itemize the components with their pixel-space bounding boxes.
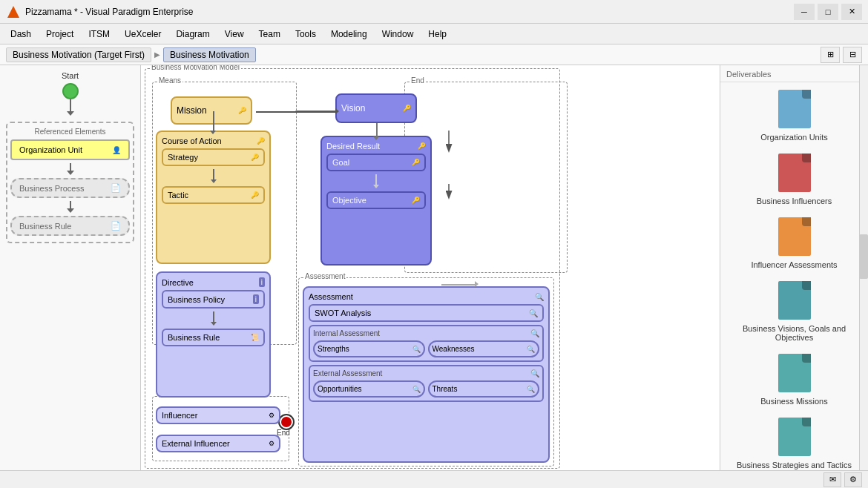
- desired-assessment-arrow: [475, 281, 479, 287]
- deliverable-bvgo[interactable]: Business Visions, Goals and Objectives: [720, 274, 868, 346]
- swot-box[interactable]: SWOT Analysis 🔍: [309, 304, 544, 322]
- directive-box[interactable]: Directive i Business Policy i Business R…: [156, 271, 271, 398]
- magnify-icon-opp: 🔍: [412, 386, 421, 393]
- panel-toggle-1[interactable]: ⊞: [821, 47, 840, 63]
- menu-modeling[interactable]: Modeling: [323, 26, 375, 42]
- deliverable-influencer-assessments[interactable]: Influencer Assessments: [720, 210, 868, 274]
- menu-bar: Dash Project ITSM UeXceler Diagram View …: [0, 24, 868, 44]
- means-label: Means: [157, 76, 183, 85]
- business-rule-box[interactable]: Business Rule 📜: [162, 329, 265, 346]
- scroll-icon-2: 📄: [111, 221, 121, 231]
- course-title: Course of Action 🔑: [162, 136, 265, 145]
- deliverable-business-missions[interactable]: Business Missions: [720, 346, 868, 410]
- deliverable-label-bvgo: Business Visions, Goals and Objectives: [726, 324, 862, 342]
- desired-title: Desired Result 🔑: [326, 142, 426, 151]
- external-influencer-box[interactable]: External Influencer ⚙: [156, 435, 280, 452]
- breadcrumb-item-2[interactable]: Business Motivation: [163, 47, 256, 62]
- menu-help[interactable]: Help: [421, 26, 454, 42]
- business-policy-box[interactable]: Business Policy i: [162, 290, 265, 309]
- referenced-elements-box: Referenced Elements Organization Unit 👤 …: [6, 122, 134, 243]
- main-layout: Start Referenced Elements Organization U…: [0, 65, 868, 488]
- start-node-area: Start: [6, 71, 134, 116]
- strengths-row: Strengths 🔍 Weaknesses 🔍: [313, 340, 539, 357]
- menu-team[interactable]: Team: [251, 26, 288, 42]
- breadcrumb-controls: ⊞ ⊟: [821, 47, 862, 63]
- minimize-button[interactable]: ─: [794, 4, 815, 20]
- opportunities-box[interactable]: Opportunities 🔍: [313, 380, 425, 398]
- objective-box[interactable]: Objective 🔑: [326, 191, 426, 209]
- weaknesses-box[interactable]: Weaknesses 🔍: [428, 340, 540, 357]
- title-bar-controls: ─ □ ✕: [794, 4, 862, 20]
- desired-result-box[interactable]: Desired Result 🔑 Goal 🔑 Objective 🔑: [320, 136, 432, 266]
- strengths-box[interactable]: Strengths 🔍: [313, 340, 425, 357]
- strategy-box[interactable]: Strategy 🔑: [162, 148, 265, 166]
- menu-diagram[interactable]: Diagram: [168, 26, 217, 42]
- org-unit-box[interactable]: Organization Unit 👤: [10, 139, 130, 160]
- influencer-box[interactable]: Influencer ⚙: [156, 406, 280, 424]
- course-of-action-box[interactable]: Course of Action 🔑 Strategy 🔑 Tactic 🔑: [156, 131, 271, 264]
- deliverable-business-influencers[interactable]: Business Influencers: [720, 146, 868, 210]
- menu-itsm[interactable]: ITSM: [81, 26, 117, 42]
- vision-box[interactable]: Vision 🔑: [335, 93, 417, 123]
- external-title: External Assessment 🔍: [313, 369, 539, 377]
- business-process-box[interactable]: Business Process 📄: [10, 178, 130, 198]
- vision-desired-line: [376, 123, 378, 136]
- end-inner-circle: [281, 417, 292, 427]
- objective-label: Objective: [332, 196, 366, 205]
- left-panel: Start Referenced Elements Organization U…: [0, 65, 141, 488]
- scrollbar-thumb[interactable]: [859, 234, 868, 279]
- business-motivation-label: Business Motivation Model: [150, 65, 241, 71]
- key-icon-goal: 🔑: [412, 159, 420, 166]
- scrollbar-track[interactable]: [859, 65, 868, 488]
- settings-button[interactable]: ⚙: [844, 472, 862, 487]
- mission-box[interactable]: Mission 🔑: [171, 96, 252, 125]
- strengths-label: Strengths: [318, 345, 349, 353]
- business-rule-side-label: Business Rule: [19, 222, 71, 231]
- threats-box[interactable]: Threats 🔍: [428, 380, 540, 398]
- directive-title: Directive i: [162, 277, 265, 287]
- vision-desired-arrow: [373, 136, 379, 140]
- internal-assessment-box[interactable]: Internal Assessment 🔍 Strengths 🔍 Weakne…: [309, 325, 544, 362]
- menu-view[interactable]: View: [217, 26, 251, 42]
- mail-button[interactable]: ✉: [823, 472, 841, 487]
- deliverable-label-business-missions: Business Missions: [760, 397, 827, 406]
- menu-dash[interactable]: Dash: [3, 26, 39, 42]
- deliverable-business-strategies[interactable]: Business Strategies and Tactics: [720, 410, 868, 474]
- assessment-box[interactable]: Assessment 🔍 SWOT Analysis 🔍 Internal As…: [303, 286, 550, 463]
- tactic-label: Tactic: [168, 191, 188, 200]
- external-influencer-label: External Influencer: [162, 439, 230, 448]
- directive-arrow-line: [213, 311, 214, 322]
- external-assessment-box[interactable]: External Assessment 🔍 Opportunities 🔍 Th…: [309, 365, 544, 402]
- swot-label: SWOT Analysis: [315, 309, 371, 317]
- directive-arrow-head: [211, 322, 217, 326]
- maximize-button[interactable]: □: [818, 4, 838, 20]
- start-label: Start: [62, 71, 79, 80]
- start-circle[interactable]: [62, 83, 79, 99]
- arrow-head-2: [67, 171, 74, 175]
- info-icon-bp: i: [253, 294, 259, 304]
- breadcrumb-item-1[interactable]: Business Motivation (Target First): [6, 47, 151, 62]
- desired-arrow-line: [375, 174, 377, 185]
- goal-box[interactable]: Goal 🔑: [326, 154, 426, 171]
- influencer-title: Influencer ⚙: [162, 411, 274, 420]
- key-icon-mission: 🔑: [238, 107, 246, 114]
- deliverable-label-influencer-assessments: Influencer Assessments: [751, 260, 837, 269]
- deliverable-org-units[interactable]: Organization Units: [720, 82, 868, 146]
- business-rule-side-box[interactable]: Business Rule 📄: [10, 216, 130, 236]
- breadcrumb-arrow: ▶: [154, 50, 160, 59]
- menu-tools[interactable]: Tools: [288, 26, 323, 42]
- breadcrumb-bar: Business Motivation (Target First) ▶ Bus…: [0, 44, 868, 65]
- external-row: Opportunities 🔍 Threats 🔍: [313, 380, 539, 398]
- canvas-area[interactable]: Business Motivation Model Means End Asse…: [141, 65, 720, 488]
- gear-icon-ext-influencer: ⚙: [269, 440, 274, 447]
- desired-arrow-head: [373, 185, 379, 188]
- menu-uexceler[interactable]: UeXceler: [117, 26, 168, 42]
- menu-project[interactable]: Project: [39, 26, 81, 42]
- key-icon-vision: 🔑: [403, 105, 411, 112]
- menu-window[interactable]: Window: [375, 26, 421, 42]
- panel-toggle-2[interactable]: ⊟: [843, 47, 862, 63]
- tactic-box[interactable]: Tactic 🔑: [162, 186, 265, 204]
- key-icon-desired: 🔑: [418, 142, 426, 150]
- close-button[interactable]: ✕: [841, 4, 862, 20]
- arrow-down-2: [70, 163, 71, 171]
